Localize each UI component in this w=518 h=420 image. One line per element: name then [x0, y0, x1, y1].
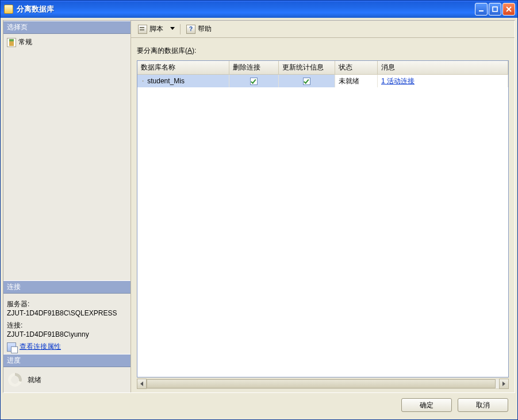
- right-panel: 脚本 帮助 要分离的数据库(A):: [131, 21, 515, 392]
- conn-label: 连接:: [7, 321, 127, 330]
- script-dropdown[interactable]: [168, 26, 176, 32]
- script-button[interactable]: 脚本: [136, 23, 166, 35]
- cell-message: 1 活动连接: [378, 75, 508, 87]
- progress-spinner-icon: [8, 373, 22, 387]
- dialog-body: 选择页 常规 连接 服务器: ZJUT-1D4DF91B8C\SQLEXPRES…: [1, 18, 517, 419]
- cancel-button[interactable]: 取消: [458, 398, 508, 412]
- database-grid: 数据库名称 删除连接 更新统计信息 状态 消息 · student_Mis: [137, 60, 509, 377]
- content-title: 要分离的数据库(A):: [131, 38, 515, 60]
- chevron-down-icon: [170, 27, 174, 31]
- cell-state: 未就绪: [335, 75, 378, 87]
- page-general-label: 常规: [18, 37, 32, 47]
- toolbar: 脚本 帮助: [131, 21, 515, 38]
- scroll-track[interactable]: [147, 379, 499, 389]
- properties-icon: [7, 342, 16, 352]
- scroll-left-button[interactable]: [137, 379, 147, 389]
- ok-button[interactable]: 确定: [401, 398, 452, 412]
- close-button[interactable]: [502, 3, 515, 16]
- horizontal-scrollbar[interactable]: [137, 379, 509, 389]
- connection-body: 服务器: ZJUT-1D4DF91B8C\SQLEXPRESS 连接: ZJUT…: [3, 294, 131, 354]
- col-message[interactable]: 消息: [378, 61, 508, 74]
- app-icon: [4, 5, 13, 14]
- page-general-icon: [7, 38, 16, 47]
- content-title-hotkey: A: [187, 47, 192, 55]
- button-row: 确定 取消: [3, 393, 515, 417]
- grid-header-row: 数据库名称 删除连接 更新统计信息 状态 消息: [137, 61, 508, 75]
- window-buttons: [475, 3, 515, 16]
- col-update-stats[interactable]: 更新统计信息: [279, 61, 335, 74]
- progress-status: 就绪: [28, 375, 41, 385]
- help-button[interactable]: 帮助: [184, 23, 214, 35]
- titlebar[interactable]: 分离数据库: [1, 1, 517, 18]
- scroll-thumb[interactable]: [147, 379, 496, 388]
- cell-drop-conn[interactable]: [229, 75, 279, 87]
- script-icon: [138, 25, 147, 34]
- content-title-prefix: 要分离的数据库(: [137, 47, 187, 55]
- select-page-header: 选择页: [3, 21, 131, 34]
- server-label: 服务器:: [7, 299, 127, 309]
- col-db-name[interactable]: 数据库名称: [137, 61, 229, 74]
- maximize-button[interactable]: [489, 3, 501, 16]
- conn-value: ZJUT-1D4DF91B8C\yunny: [7, 330, 127, 338]
- left-panel: 选择页 常规 连接 服务器: ZJUT-1D4DF91B8C\SQLEXPRES…: [3, 21, 131, 392]
- grid-body: · student_Mis 未就绪: [137, 75, 508, 377]
- view-connection-properties[interactable]: 查看连接属性: [7, 342, 127, 352]
- table-row[interactable]: · student_Mis 未就绪: [137, 75, 508, 87]
- cell-db-name: · student_Mis: [137, 75, 229, 87]
- select-page-body: 常规: [3, 34, 131, 280]
- checkbox-drop-conn[interactable]: [250, 78, 258, 85]
- svg-rect-0: [479, 10, 484, 11]
- toolbar-separator: [180, 24, 181, 34]
- progress-body: 就绪: [3, 367, 131, 392]
- server-value: ZJUT-1D4DF91B8C\SQLEXPRESS: [7, 309, 127, 317]
- help-icon: [186, 25, 195, 34]
- cell-state-text: 未就绪: [339, 76, 359, 86]
- main-area: 选择页 常规 连接 服务器: ZJUT-1D4DF91B8C\SQLEXPRES…: [3, 20, 515, 393]
- dialog-window: 分离数据库 选择页 常规: [0, 0, 518, 420]
- content-title-suffix: ):: [192, 47, 196, 55]
- connection-header: 连接: [3, 280, 131, 294]
- page-general[interactable]: 常规: [7, 36, 127, 48]
- scroll-right-button[interactable]: [499, 379, 509, 389]
- script-label: 脚本: [149, 24, 163, 34]
- help-label: 帮助: [198, 24, 212, 34]
- minimize-button[interactable]: [475, 3, 488, 16]
- window-title: 分离数据库: [17, 4, 475, 14]
- checkbox-update-stats[interactable]: [303, 78, 310, 85]
- cell-message-link[interactable]: 1 活动连接: [381, 76, 415, 86]
- cell-update-stats[interactable]: [279, 75, 335, 87]
- content-area: 要分离的数据库(A): 数据库名称 删除连接 更新统计信息 状态 消息: [131, 38, 515, 392]
- cell-db-name-text: student_Mis: [147, 77, 185, 85]
- view-connection-properties-link[interactable]: 查看连接属性: [20, 342, 61, 352]
- svg-rect-1: [493, 7, 497, 11]
- col-state[interactable]: 状态: [335, 61, 378, 74]
- col-drop-conn[interactable]: 删除连接: [229, 61, 279, 74]
- progress-header: 进度: [3, 354, 131, 367]
